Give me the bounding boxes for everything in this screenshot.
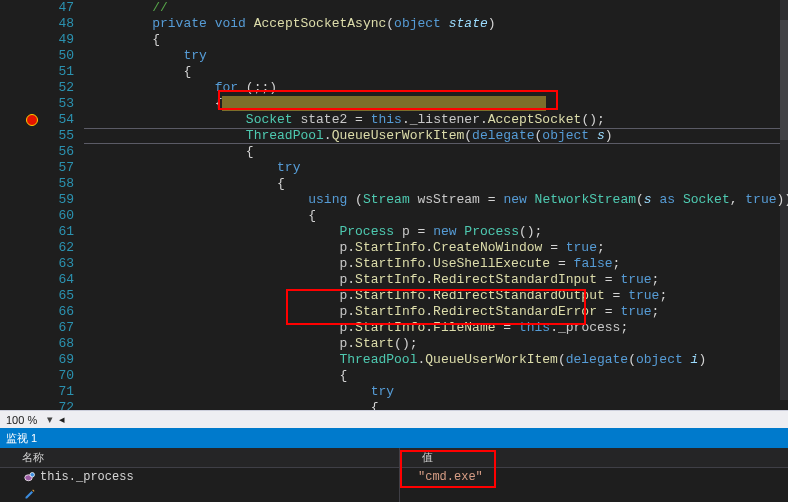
line-number: 55 bbox=[42, 128, 82, 144]
code-text[interactable]: for (;;) bbox=[82, 80, 788, 96]
line-number: 69 bbox=[42, 352, 82, 368]
watch-col-value-header[interactable]: 值 bbox=[400, 448, 788, 467]
code-line[interactable]: 62 p.StartInfo.CreateNoWindow = true; bbox=[0, 240, 788, 256]
code-text[interactable]: { bbox=[82, 64, 788, 80]
breakpoint-icon[interactable] bbox=[26, 114, 38, 126]
line-number: 71 bbox=[42, 384, 82, 400]
code-line[interactable]: 56 { bbox=[0, 144, 788, 160]
zoom-bar: 100 % ▾ ◂ bbox=[0, 410, 788, 428]
code-text[interactable]: p.StartInfo.RedirectStandardError = true… bbox=[82, 304, 788, 320]
code-line[interactable]: 61 Process p = new Process(); bbox=[0, 224, 788, 240]
code-line[interactable]: 49 { bbox=[0, 32, 788, 48]
line-number: 65 bbox=[42, 288, 82, 304]
code-line[interactable]: 51 { bbox=[0, 64, 788, 80]
code-line[interactable]: 57 try bbox=[0, 160, 788, 176]
svg-point-1 bbox=[30, 472, 35, 477]
code-text[interactable]: ThreadPool.QueueUserWorkItem(delegate(ob… bbox=[82, 352, 788, 368]
code-text[interactable]: // bbox=[82, 0, 788, 16]
line-number: 62 bbox=[42, 240, 82, 256]
code-text[interactable]: try bbox=[82, 160, 788, 176]
line-number: 50 bbox=[42, 48, 82, 64]
watch-row[interactable]: this._process "cmd.exe" bbox=[0, 468, 788, 485]
line-number: 52 bbox=[42, 80, 82, 96]
code-line[interactable]: 68 p.Start(); bbox=[0, 336, 788, 352]
line-number: 56 bbox=[42, 144, 82, 160]
line-number: 72 bbox=[42, 400, 82, 410]
code-text[interactable]: try bbox=[82, 48, 788, 64]
watch-icon bbox=[24, 471, 36, 483]
line-number: 70 bbox=[42, 368, 82, 384]
watch-header: 名称 值 bbox=[0, 448, 788, 468]
code-text[interactable]: p.Start(); bbox=[82, 336, 788, 352]
code-line[interactable]: 64 p.StartInfo.RedirectStandardInput = t… bbox=[0, 272, 788, 288]
code-line[interactable]: 53 { bbox=[0, 96, 788, 112]
code-line[interactable]: 52 for (;;) bbox=[0, 80, 788, 96]
code-text[interactable]: try bbox=[82, 384, 788, 400]
code-line[interactable]: 47 // bbox=[0, 0, 788, 16]
code-line[interactable]: 58 { bbox=[0, 176, 788, 192]
code-line[interactable]: 70 { bbox=[0, 368, 788, 384]
code-text[interactable]: { bbox=[82, 32, 788, 48]
code-text[interactable]: Process p = new Process(); bbox=[82, 224, 788, 240]
code-line[interactable]: 59 using (Stream wsStream = new NetworkS… bbox=[0, 192, 788, 208]
line-number: 48 bbox=[42, 16, 82, 32]
code-text[interactable]: { bbox=[82, 176, 788, 192]
code-line[interactable]: 48 private void AcceptSocketAsync(object… bbox=[0, 16, 788, 32]
line-number: 51 bbox=[42, 64, 82, 80]
code-text[interactable]: { bbox=[82, 96, 788, 112]
code-editor[interactable]: 47 //48 private void AcceptSocketAsync(o… bbox=[0, 0, 788, 428]
line-number: 63 bbox=[42, 256, 82, 272]
code-line[interactable]: 69 ThreadPool.QueueUserWorkItem(delegate… bbox=[0, 352, 788, 368]
code-text[interactable]: private void AcceptSocketAsync(object st… bbox=[82, 16, 788, 32]
line-number: 49 bbox=[42, 32, 82, 48]
code-text[interactable]: using (Stream wsStream = new NetworkStre… bbox=[82, 192, 788, 208]
code-line[interactable]: 67 p.StartInfo.FileName = this._process; bbox=[0, 320, 788, 336]
line-number: 58 bbox=[42, 176, 82, 192]
zoom-value: 100 % bbox=[0, 414, 43, 426]
watch-panel-title[interactable]: 监视 1 bbox=[0, 428, 788, 448]
code-line[interactable]: 63 p.StartInfo.UseShellExecute = false; bbox=[0, 256, 788, 272]
code-text[interactable]: { bbox=[82, 144, 788, 160]
code-line[interactable]: 65 p.StartInfo.RedirectStandardOutput = … bbox=[0, 288, 788, 304]
code-line[interactable]: 55 ThreadPool.QueueUserWorkItem(delegate… bbox=[0, 128, 788, 144]
watch-row-empty[interactable] bbox=[0, 485, 788, 502]
code-line[interactable]: 72 { bbox=[0, 400, 788, 410]
line-number: 60 bbox=[42, 208, 82, 224]
zoom-adjust-icon[interactable]: ◂ bbox=[59, 413, 65, 426]
watch-col-name-header[interactable]: 名称 bbox=[0, 448, 400, 467]
line-number: 53 bbox=[42, 96, 82, 112]
code-text[interactable]: ThreadPool.QueueUserWorkItem(delegate(ob… bbox=[82, 128, 788, 144]
code-line[interactable]: 66 p.StartInfo.RedirectStandardError = t… bbox=[0, 304, 788, 320]
line-number: 66 bbox=[42, 304, 82, 320]
line-number: 59 bbox=[42, 192, 82, 208]
watch-expr: this._process bbox=[40, 470, 134, 484]
zoom-dropdown-icon[interactable]: ▾ bbox=[43, 413, 57, 427]
watch-panel-title-text: 监视 1 bbox=[6, 431, 37, 446]
line-number: 47 bbox=[42, 0, 82, 16]
code-line[interactable]: 50 try bbox=[0, 48, 788, 64]
line-number: 61 bbox=[42, 224, 82, 240]
line-number: 68 bbox=[42, 336, 82, 352]
watch-value: "cmd.exe" bbox=[400, 468, 788, 485]
code-text[interactable]: p.StartInfo.FileName = this._process; bbox=[82, 320, 788, 336]
code-text[interactable]: p.StartInfo.RedirectStandardInput = true… bbox=[82, 272, 788, 288]
code-line[interactable]: 60 { bbox=[0, 208, 788, 224]
edit-icon bbox=[24, 488, 36, 500]
code-text[interactable]: p.StartInfo.CreateNoWindow = true; bbox=[82, 240, 788, 256]
code-text[interactable]: { bbox=[82, 400, 788, 410]
code-text[interactable]: p.StartInfo.RedirectStandardOutput = tru… bbox=[82, 288, 788, 304]
line-number: 67 bbox=[42, 320, 82, 336]
line-number: 64 bbox=[42, 272, 82, 288]
code-line[interactable]: 54 Socket state2 = this._listener.Accept… bbox=[0, 112, 788, 128]
line-number: 54 bbox=[42, 112, 82, 128]
code-text[interactable]: Socket state2 = this._listener.AcceptSoc… bbox=[82, 112, 788, 128]
code-text[interactable]: p.StartInfo.UseShellExecute = false; bbox=[82, 256, 788, 272]
code-line[interactable]: 71 try bbox=[0, 384, 788, 400]
line-number: 57 bbox=[42, 160, 82, 176]
code-text[interactable]: { bbox=[82, 208, 788, 224]
code-text[interactable]: { bbox=[82, 368, 788, 384]
